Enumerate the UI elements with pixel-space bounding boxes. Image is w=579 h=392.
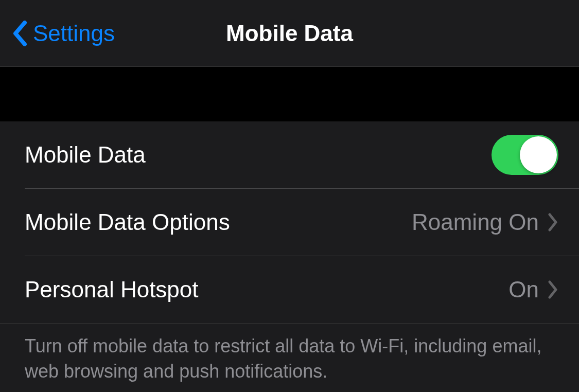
settings-group: Mobile Data Mobile Data Options Roaming … [0, 121, 579, 323]
section-gap [0, 67, 579, 121]
mobile-data-options-value: Roaming On [412, 209, 539, 235]
footer-description: Turn off mobile data to restrict all dat… [0, 323, 579, 392]
personal-hotspot-row[interactable]: Personal Hotspot On [0, 256, 579, 323]
personal-hotspot-value: On [508, 277, 539, 302]
header-bar: Settings Mobile Data [0, 0, 579, 67]
mobile-data-row[interactable]: Mobile Data [0, 121, 579, 188]
mobile-data-toggle[interactable] [492, 135, 558, 175]
chevron-left-icon [11, 21, 28, 46]
mobile-data-options-row[interactable]: Mobile Data Options Roaming On [0, 189, 579, 256]
mobile-data-label: Mobile Data [25, 142, 146, 168]
row-right: On [508, 277, 558, 302]
row-right: Roaming On [412, 209, 558, 235]
chevron-right-icon [548, 280, 558, 299]
back-button[interactable]: Settings [0, 21, 115, 46]
chevron-right-icon [548, 213, 558, 231]
page-title: Mobile Data [226, 21, 353, 46]
toggle-knob [520, 136, 557, 173]
back-label: Settings [33, 21, 115, 46]
personal-hotspot-label: Personal Hotspot [25, 277, 199, 302]
mobile-data-options-label: Mobile Data Options [25, 209, 230, 235]
